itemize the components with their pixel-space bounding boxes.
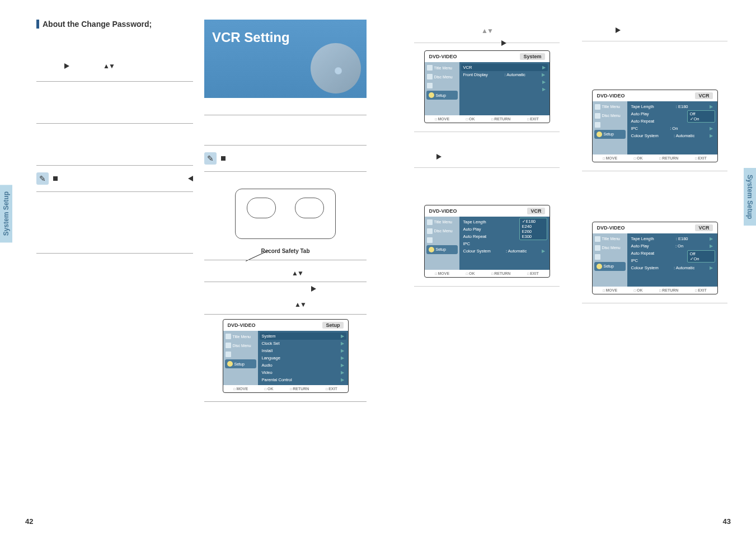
right-page: ▲▼ DVD-VIDEO System Title Menu Disc Menu… <box>381 6 739 521</box>
dropdown-options[interactable]: Off ✓On <box>687 250 715 263</box>
updown-icon: ▲▼ <box>481 27 492 35</box>
play-icon <box>436 154 442 160</box>
sidebar-item-setup[interactable]: Setup <box>594 130 626 139</box>
play-icon <box>64 63 69 69</box>
sidebar-item[interactable] <box>425 81 459 90</box>
sidebar-item-setup[interactable]: Setup <box>225 359 256 368</box>
nav-step-b: ▲▼ <box>204 295 367 315</box>
menu-item[interactable]: ▶ <box>461 86 548 93</box>
heading-text: About the Change Password; <box>43 20 152 29</box>
osd-breadcrumb: VCR <box>695 224 712 231</box>
right-column-leftpage: VCR Setting ✎ Record Safety Tab ▲▼ ▲▼ DV… <box>204 20 367 402</box>
sidebar-item-setup[interactable]: Setup <box>594 262 626 271</box>
sidebar-item[interactable]: Disc Menu <box>593 243 627 252</box>
osd-breadcrumb: VCR <box>527 208 544 214</box>
menu-item[interactable]: Front Display: Automatic▶ <box>461 71 548 78</box>
nav-step-a: ▲▼ <box>204 260 367 282</box>
rightpage-left-col: ▲▼ DVD-VIDEO System Title Menu Disc Menu… <box>414 22 560 287</box>
menu-item[interactable]: ▶ <box>461 78 548 86</box>
menu-item[interactable]: Colour System: Automatic▶ <box>461 247 548 255</box>
menu-item[interactable]: Parental Control▶ <box>260 376 346 383</box>
osd-vcr-tapelength: DVD-VIDEO VCR Title Menu Disc Menu Setup… <box>424 205 550 278</box>
sidebar-item[interactable]: Disc Menu <box>425 227 459 236</box>
osd-footer: MOVEOKRETURNEXIT <box>425 115 550 123</box>
banner-title: VCR Setting <box>212 30 290 45</box>
sidebar-item[interactable] <box>593 252 627 261</box>
heading-accent <box>36 20 39 29</box>
updown-icon: ▲▼ <box>294 301 306 308</box>
sidebar-item[interactable]: Title Menu <box>425 63 459 72</box>
sidebar-item[interactable]: Title Menu <box>425 218 459 227</box>
osd-title: DVD-VIDEO <box>429 54 457 59</box>
disc-graphic <box>311 43 361 93</box>
osd-breadcrumb: Setup <box>322 322 343 329</box>
banner-step-1 <box>204 115 367 146</box>
banner-note: ✎ <box>204 146 367 172</box>
section-heading: About the Change Password; <box>36 20 193 29</box>
vcr-cassette-drawing <box>235 189 336 239</box>
osd-content: Tape Length: E180▶ Auto Play Auto Repeat… <box>627 101 717 154</box>
osd-vcr-autorepeat: DVD-VIDEO VCR Title Menu Disc Menu Setup… <box>592 90 718 162</box>
menu-item[interactable]: Auto Play: On▶ <box>629 242 716 250</box>
sidebar-item-setup[interactable]: Setup <box>426 245 458 254</box>
menu-item[interactable]: Tape Length: E180▶ <box>629 235 716 242</box>
play-icon <box>616 27 621 33</box>
menu-item[interactable]: IPC: On▶ <box>629 125 716 132</box>
play-icon <box>501 40 506 46</box>
dropdown-options[interactable]: ✓E180 E240 E260 E300 <box>519 218 547 240</box>
sidebar-item[interactable]: Disc Menu <box>425 72 459 81</box>
osd-footer: MOVEOKRETURNEXIT <box>593 287 717 294</box>
sidebar-item[interactable]: Title Menu <box>593 102 627 111</box>
left-page: About the Change Password; ▲▼ ✎ VCR Sett… <box>17 6 375 521</box>
osd-title: DVD-VIDEO <box>597 93 625 99</box>
menu-item[interactable]: Video▶ <box>260 369 346 376</box>
side-tab-left: System Setup <box>0 185 12 242</box>
step-3 <box>36 124 193 166</box>
menu-item[interactable]: VCR▶ <box>461 64 548 71</box>
note-icon: ✎ <box>204 152 217 165</box>
osd-system-menu: DVD-VIDEO System Title Menu Disc Menu Se… <box>424 50 550 123</box>
menu-item[interactable]: Colour System: Automatic▶ <box>629 264 716 271</box>
sidebar-item[interactable] <box>593 120 627 129</box>
menu-item[interactable]: IPC <box>461 240 548 247</box>
step-1: ▲▼ <box>36 51 193 82</box>
back-icon <box>188 176 193 181</box>
page-number-left: 42 <box>25 517 33 526</box>
step-2 <box>36 82 193 124</box>
osd-footer: MOVE OK RETURN EXIT <box>223 385 348 392</box>
left-column: About the Change Password; ▲▼ ✎ <box>36 20 193 254</box>
sidebar-item[interactable] <box>425 236 459 245</box>
osd-sidebar: Title Menu Disc Menu Setup <box>425 217 459 270</box>
sidebar-item[interactable]: Title Menu <box>223 332 258 341</box>
osd-title: DVD-VIDEO <box>228 322 256 328</box>
menu-item[interactable]: Clock Set▶ <box>260 340 346 347</box>
rp-step <box>414 149 560 168</box>
sidebar-item-setup[interactable]: Setup <box>426 91 458 100</box>
note-row: ✎ <box>36 166 193 192</box>
updown-icon: ▲▼ <box>292 269 303 277</box>
rp-step <box>582 22 727 41</box>
dropdown-options[interactable]: Off ✓On <box>687 110 715 123</box>
step-4 <box>36 192 193 254</box>
osd-breadcrumb: System <box>520 53 544 60</box>
menu-item[interactable]: System▶ <box>260 332 346 340</box>
play-icon <box>311 286 316 292</box>
osd-content: Tape Length: E180▶ Auto Play: On▶ Auto R… <box>627 233 717 287</box>
vcr-caption: Record Safety Tab <box>204 248 367 254</box>
menu-item[interactable]: Tape Length: E180▶ <box>629 103 716 110</box>
osd-content: System▶ Clock Set▶ Install▶ Language▶ Au… <box>258 331 348 385</box>
title-banner: VCR Setting <box>204 20 367 98</box>
osd-footer: MOVEOKRETURNEXIT <box>425 270 550 277</box>
osd-content: Tape Length Auto Play Auto Repeat IPC Co… <box>459 217 550 270</box>
menu-item[interactable]: Colour System: Automatic▶ <box>629 132 716 139</box>
osd-content: VCR▶ Front Display: Automatic▶ ▶ ▶ <box>459 62 550 115</box>
menu-item[interactable]: Language▶ <box>260 354 346 362</box>
menu-item[interactable]: Audio▶ <box>260 362 346 369</box>
osd-vcr-ipc: DVD-VIDEO VCR Title Menu Disc Menu Setup… <box>592 222 718 294</box>
sidebar-item[interactable]: Title Menu <box>593 235 627 243</box>
sidebar-item[interactable]: Disc Menu <box>593 111 627 120</box>
menu-item[interactable]: Install▶ <box>260 347 346 354</box>
sidebar-item[interactable]: Disc Menu <box>223 341 258 350</box>
sidebar-item[interactable] <box>223 350 258 359</box>
osd-sidebar: Title Menu Disc Menu Setup <box>593 101 627 154</box>
